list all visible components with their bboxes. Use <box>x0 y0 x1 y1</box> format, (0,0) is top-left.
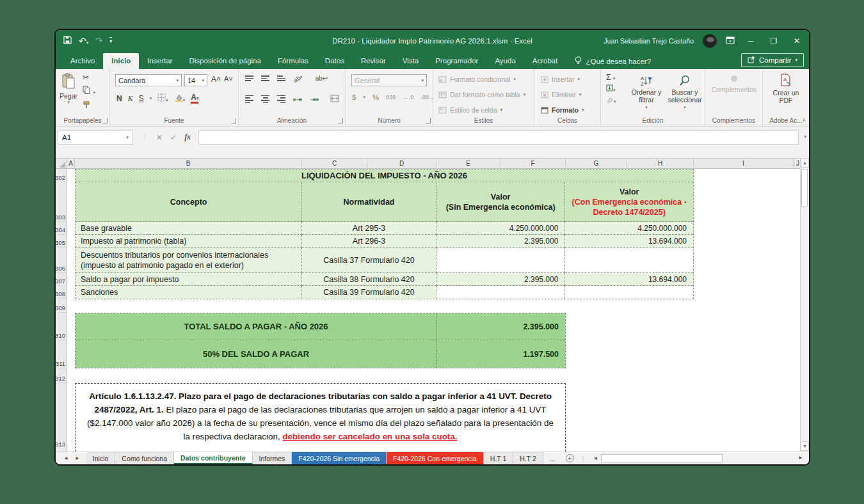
tab-programador[interactable]: Programador <box>427 53 486 69</box>
underline-button[interactable]: S <box>139 94 144 103</box>
insert-function-icon[interactable]: fx <box>184 132 191 142</box>
increase-indent-icon[interactable]: ⇥≡ <box>310 96 319 103</box>
cell-valor-sin[interactable]: 2.395.000 <box>436 235 566 248</box>
cell-concepto[interactable]: Base gravable <box>76 222 302 235</box>
cell-concepto[interactable]: Saldo a pagar por impuesto <box>76 273 302 286</box>
insert-cells-button[interactable]: Insertar▾ <box>541 74 584 85</box>
cell-valor-con[interactable] <box>565 286 693 299</box>
row-header-307[interactable]: 307 <box>58 273 67 286</box>
tab-insertar[interactable]: Insertar <box>139 53 180 69</box>
row-header-304[interactable]: 304 <box>58 222 67 235</box>
hscroll-left-icon[interactable]: ◄ <box>591 455 600 461</box>
shrink-font-icon[interactable]: A˅ <box>224 75 233 83</box>
header-valor-sin[interactable]: Valor (Sin Emergencia económica) <box>436 182 566 222</box>
column-header-g[interactable]: G <box>566 159 627 169</box>
sheet-tab-datos-contribuyente[interactable]: Datos contribuyente <box>174 452 253 464</box>
autosum-icon[interactable]: Σ ▾ <box>606 73 616 82</box>
cell-valor-con[interactable] <box>565 248 693 273</box>
orientation-icon[interactable]: ab▾ <box>292 73 303 84</box>
sort-filter-button[interactable]: AZ Ordenar y filtrar ▾ <box>628 74 665 111</box>
row-header-313[interactable]: 313 <box>58 383 67 448</box>
confirm-entry-icon[interactable]: ✓ <box>170 133 177 142</box>
row-header-305[interactable]: 305 <box>58 235 67 248</box>
column-header-a[interactable]: A <box>67 159 75 169</box>
tab-ayuda[interactable]: Ayuda <box>486 53 524 69</box>
restore-button[interactable]: ❒ <box>767 36 781 45</box>
row-header-310[interactable]: 310 <box>58 313 67 340</box>
number-format-select[interactable]: General▾ <box>351 74 427 86</box>
row-header-306[interactable]: 306 <box>58 248 67 273</box>
currency-format-icon[interactable]: $ <box>352 93 356 101</box>
sheet-nav-left-icon[interactable]: ◄ <box>63 455 68 461</box>
header-concepto[interactable]: Concepto <box>76 182 302 222</box>
select-all-corner[interactable] <box>58 159 67 169</box>
new-sheet-icon[interactable]: + <box>566 454 574 462</box>
hscroll-right-icon[interactable]: ► <box>796 455 805 461</box>
cell-concepto[interactable]: Impuesto al patrimonio (tabla) <box>76 235 302 248</box>
minimize-button[interactable]: ─ <box>744 36 758 45</box>
vertical-scroll-thumb[interactable] <box>801 169 808 207</box>
format-as-table-button[interactable]: Dar formato como tabla▾ <box>438 89 525 100</box>
align-right-icon[interactable] <box>277 94 285 104</box>
user-name[interactable]: Juan Sebastian Trejo Castaño <box>604 37 694 45</box>
decrease-decimal-icon[interactable]: .00→ <box>420 94 435 100</box>
cell-valor-con[interactable]: 4.250.000.000 <box>565 222 693 235</box>
tab-archivo[interactable]: Archivo <box>62 53 103 69</box>
cell-norma[interactable]: Casilla 37 Formulario 420 <box>302 248 436 273</box>
row-header-308[interactable]: 308 <box>58 286 67 299</box>
align-bottom-icon[interactable] <box>277 74 285 83</box>
tab-vista[interactable]: Vista <box>394 53 427 69</box>
format-cells-button[interactable]: Formato▾ <box>541 104 584 116</box>
scroll-down-icon[interactable]: ▼ <box>801 441 809 451</box>
tab-disposicion[interactable]: Disposición de página <box>180 53 269 69</box>
horizontal-scrollbar[interactable]: ◄ <box>591 454 723 462</box>
column-header-b[interactable]: B <box>75 159 302 169</box>
total-label[interactable]: 50% DEL SALDO A PAGAR <box>76 340 437 368</box>
vertical-scrollbar[interactable]: ▲ ▼ <box>800 158 808 452</box>
total-label[interactable]: TOTAL SALDO A PAGAR - AÑO 2026 <box>76 313 437 340</box>
tab-formulas[interactable]: Fórmulas <box>269 53 317 69</box>
font-color-icon[interactable]: A▾ <box>191 94 198 104</box>
cell-valor-sin[interactable]: 4.250.000.000 <box>436 222 566 235</box>
expand-formula-bar-icon[interactable]: ▾ <box>804 134 806 139</box>
sheet-tab-ht1[interactable]: H.T 1 <box>484 452 513 464</box>
align-left-icon[interactable] <box>245 94 253 104</box>
cell-concepto[interactable]: Sanciones <box>76 286 302 299</box>
header-valor-con[interactable]: Valor (Con Emergencia económica - Decret… <box>565 182 693 222</box>
formula-input[interactable] <box>198 130 799 145</box>
percent-format-icon[interactable]: % <box>372 93 379 101</box>
scroll-up-icon[interactable]: ▲ <box>801 158 809 168</box>
sheet-tab-como-funciona[interactable]: Como funciona <box>115 452 174 464</box>
name-box[interactable]: A1▾ <box>58 130 133 145</box>
column-header-e[interactable]: E <box>436 159 500 169</box>
fill-down-icon[interactable]: ▾ <box>606 84 616 93</box>
bold-button[interactable]: N <box>116 94 122 103</box>
row-header-309[interactable]: 309 <box>58 299 67 313</box>
conditional-formatting-button[interactable]: Formato condicional▾ <box>438 74 525 85</box>
column-header-d[interactable]: D <box>367 159 436 169</box>
tab-revisar[interactable]: Revisar <box>353 53 394 69</box>
copy-icon[interactable]: ▾ <box>83 85 95 97</box>
merge-center-icon[interactable] <box>330 93 339 105</box>
total-value[interactable]: 2.395.000 <box>437 313 565 340</box>
horizontal-scroll-track[interactable] <box>601 454 723 462</box>
cell-valor-sin[interactable] <box>436 248 566 273</box>
format-painter-icon[interactable] <box>83 100 95 111</box>
ribbon-display-options-icon[interactable] <box>726 36 735 45</box>
font-name-select[interactable]: Candara▾ <box>115 74 182 86</box>
align-middle-icon[interactable] <box>261 74 269 83</box>
note-block[interactable]: Artículo 1.6.1.13.2.47. Plazo para el pa… <box>75 383 566 452</box>
cell-concepto[interactable]: Descuentos tributarios por convenios int… <box>76 248 302 273</box>
cell-valor-sin[interactable]: 2.395.000 <box>436 273 566 286</box>
sheet-tab-ht2[interactable]: H.T 2 <box>513 452 543 464</box>
row-header-311[interactable]: 311 <box>58 340 67 368</box>
cell-valor-con[interactable]: 13.694.000 <box>565 235 693 248</box>
find-select-button[interactable]: Buscar y seleccionar ▾ <box>666 74 703 111</box>
clear-icon[interactable]: ▾ <box>606 96 616 105</box>
cell-styles-button[interactable]: Estilos de celda▾ <box>438 104 525 116</box>
column-header-i[interactable]: I <box>694 159 794 169</box>
cell-norma[interactable]: Art 296-3 <box>302 235 436 248</box>
user-avatar[interactable] <box>703 34 717 48</box>
font-size-select[interactable]: 14▾ <box>184 74 207 86</box>
share-button[interactable]: Compartir ▾ <box>741 53 804 67</box>
